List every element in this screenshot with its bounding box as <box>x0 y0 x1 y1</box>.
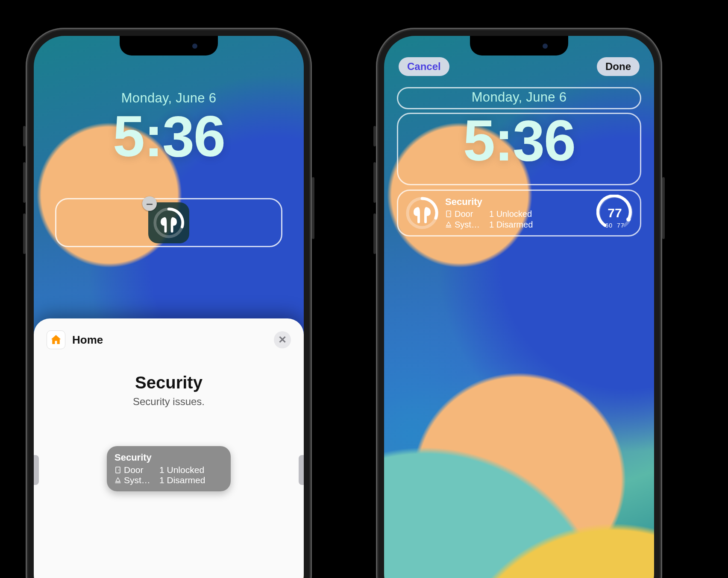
security-row-1-label: Syst… <box>455 219 480 230</box>
close-sheet-button[interactable]: ✕ <box>274 331 291 348</box>
widget-preview[interactable]: Security Door 1 Unlocked Syst… 1 Disarme… <box>107 446 231 491</box>
volume-up[interactable] <box>373 162 376 203</box>
done-label: Done <box>605 61 631 72</box>
security-row-0-label: Door <box>455 209 473 219</box>
screen-left: Monday, June 6 5:36 – <box>34 36 304 578</box>
screen-right: Cancel Done Monday, June 6 5:36 <box>384 36 654 578</box>
volume-down[interactable] <box>23 213 26 254</box>
preview-row-1-value: 1 Disarmed <box>159 475 205 485</box>
door-icon <box>114 467 121 473</box>
security-row-1-value: 1 Disarmed <box>489 219 533 230</box>
sheet-title: Security <box>47 373 291 392</box>
sheet-app-name: Home <box>72 333 103 347</box>
alarm-icon <box>445 221 452 228</box>
security-widget[interactable]: Security Door 1 Unlocked Syst… 1 <box>445 196 590 230</box>
climate-widget[interactable]: 77 60 77 <box>596 195 633 231</box>
cancel-button[interactable]: Cancel <box>399 57 449 76</box>
lock-time: 5:36 <box>34 103 304 169</box>
cancel-label: Cancel <box>407 61 441 72</box>
mute-switch[interactable] <box>23 126 26 146</box>
notch <box>120 36 218 55</box>
svg-point-2 <box>118 470 119 470</box>
svg-point-5 <box>449 213 450 214</box>
widget-slot[interactable]: – <box>55 198 282 247</box>
airpods-icon <box>153 207 185 239</box>
notch <box>470 36 568 55</box>
security-row-1: Syst… 1 Disarmed <box>445 219 590 230</box>
preview-row-0-label: Door <box>124 465 144 475</box>
svg-rect-1 <box>116 467 120 473</box>
carousel-next[interactable] <box>299 455 304 485</box>
volume-down[interactable] <box>373 213 376 254</box>
airpods-widget[interactable] <box>405 196 439 230</box>
widget-slot[interactable]: Security Door 1 Unlocked Syst… 1 <box>397 190 641 236</box>
sheet-subtitle: Security issues. <box>47 396 291 408</box>
minus-icon: – <box>146 197 153 210</box>
home-app-icon <box>47 330 65 349</box>
preview-title: Security <box>114 452 223 463</box>
alarm-icon <box>114 477 121 484</box>
airpods-widget[interactable]: – <box>148 202 189 243</box>
preview-row-0: Door 1 Unlocked <box>114 465 223 475</box>
security-row-0-value: 1 Unlocked <box>489 209 532 219</box>
close-icon: ✕ <box>278 334 287 346</box>
preview-row-0-value: 1 Unlocked <box>159 465 204 475</box>
carousel-prev[interactable] <box>34 455 39 485</box>
lock-time: 5:36 <box>384 108 654 174</box>
widget-picker-sheet: Home ✕ Security Security issues. Securit… <box>34 318 304 578</box>
svg-rect-4 <box>446 211 451 217</box>
gauge-low: 60 <box>605 222 613 229</box>
gauge-range: 60 77 <box>605 222 625 229</box>
power-button[interactable] <box>312 177 314 239</box>
svg-point-6 <box>626 217 631 222</box>
phone-right: Cancel Done Monday, June 6 5:36 <box>376 28 662 578</box>
preview-row-1: Syst… 1 Disarmed <box>114 475 223 485</box>
volume-up[interactable] <box>23 162 26 203</box>
preview-row-1-label: Syst… <box>124 475 150 485</box>
power-button[interactable] <box>662 177 665 239</box>
done-button[interactable]: Done <box>597 57 640 76</box>
phone-left: Monday, June 6 5:36 – <box>26 28 312 578</box>
security-row-0: Door 1 Unlocked <box>445 209 590 219</box>
mute-switch[interactable] <box>373 126 376 146</box>
door-icon <box>445 210 452 217</box>
gauge-high: 77 <box>617 222 625 229</box>
security-title: Security <box>445 196 590 208</box>
lock-date: Monday, June 6 <box>384 90 654 105</box>
